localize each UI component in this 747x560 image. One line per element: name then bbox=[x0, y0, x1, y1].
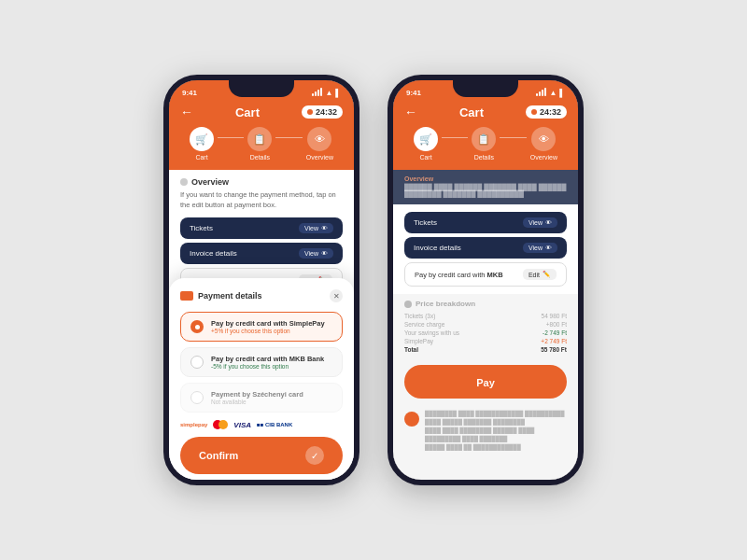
timer-badge-2: 24:32 bbox=[526, 105, 567, 119]
confirm-button[interactable]: Confirm ✓ bbox=[180, 437, 343, 474]
edit-btn-2[interactable]: Edit ✏️ bbox=[523, 269, 557, 280]
status-icons-2: ▲ ▌ bbox=[536, 89, 565, 97]
step-label-details-2: Details bbox=[474, 154, 494, 161]
blurred-desc: ██████ ████ ██████ ███████ ████ ██████ █… bbox=[404, 184, 567, 197]
tickets-row-2[interactable]: Tickets View 👁 bbox=[404, 212, 567, 233]
step-overview-2[interactable]: 👁 Overview bbox=[530, 127, 557, 161]
step-line-2-2 bbox=[500, 137, 526, 138]
blurred-title: Overview bbox=[404, 175, 567, 182]
blurred-bottom: ████████ ████ ████████████ ██████████ ██… bbox=[393, 404, 578, 457]
option-name-simplepay: Pay by credit card with SimplePay bbox=[211, 319, 332, 328]
step-label-overview: Overview bbox=[306, 154, 333, 161]
overview-title: Overview bbox=[180, 177, 343, 187]
modal-close-btn[interactable]: ✕ bbox=[330, 289, 343, 302]
blurred-overview: Overview ██████ ████ ██████ ███████ ████… bbox=[393, 170, 578, 204]
pay-label-2: Pay by credit card with MKB bbox=[415, 271, 503, 279]
phone-1: 9:41 ▲ ▌ ← Cart 24:32 bbox=[163, 75, 359, 485]
battery-icon: ▌ bbox=[335, 89, 341, 97]
wifi-icon-2: ▲ bbox=[549, 89, 557, 97]
radio-szechenyi bbox=[190, 391, 204, 404]
step-cart[interactable]: 🛒 Cart bbox=[190, 127, 214, 161]
tickets-label: Tickets bbox=[190, 224, 213, 232]
status-time-2: 9:41 bbox=[406, 89, 421, 97]
option-sub-szechenyi: Not available bbox=[211, 399, 332, 405]
tickets-view-btn-2[interactable]: View 👁 bbox=[523, 217, 557, 228]
step-line-1-2 bbox=[442, 137, 468, 138]
overview-icon bbox=[180, 178, 188, 186]
option-name-szechenyi: Payment by Széchenyi card bbox=[211, 390, 332, 399]
option-info-mkb: Pay by credit card with MKB Bank -5% if … bbox=[211, 355, 332, 370]
eye-icon-4: 👁 bbox=[545, 245, 552, 251]
signal-icon bbox=[312, 89, 322, 96]
option-name-mkb: Pay by credit card with MKB Bank bbox=[211, 355, 332, 363]
timer-badge: 24:32 bbox=[302, 105, 343, 119]
pay-button[interactable]: Pay bbox=[404, 365, 567, 399]
phone-body-2: Overview ██████ ████ ██████ ███████ ████… bbox=[393, 170, 578, 485]
invoice-label: Invoice details bbox=[190, 249, 237, 258]
back-button[interactable]: ← bbox=[180, 105, 193, 119]
payment-option-mkb[interactable]: Pay by credit card with MKB Bank -5% if … bbox=[180, 347, 343, 377]
step-label-cart: Cart bbox=[195, 154, 207, 161]
step-label-details: Details bbox=[250, 154, 270, 161]
page-title: Cart bbox=[235, 105, 260, 119]
bottom-icon bbox=[404, 412, 419, 427]
price-row-1: Tickets (3x) 54 980 Ft bbox=[404, 312, 567, 320]
step-details[interactable]: 📋 Details bbox=[247, 127, 272, 161]
invoice-view-btn[interactable]: View 👁 bbox=[299, 248, 333, 259]
pay-method-row-2: Pay by credit card with MKB Edit ✏️ bbox=[404, 262, 567, 287]
invoice-view-btn-2[interactable]: View 👁 bbox=[523, 243, 557, 253]
step-circle-overview-2: 👁 bbox=[531, 127, 556, 151]
mastercard-logo bbox=[213, 420, 228, 429]
step-details-2[interactable]: 📋 Details bbox=[472, 127, 496, 161]
invoice-row-2[interactable]: Invoice details View 👁 bbox=[404, 237, 567, 259]
payment-option-szechenyi: Payment by Széchenyi card Not available bbox=[180, 383, 343, 413]
header-top: ← Cart 24:32 bbox=[180, 105, 343, 119]
card-icon bbox=[180, 291, 193, 301]
timer-value: 24:32 bbox=[316, 107, 337, 117]
option-sub-mkb: -5% if you choose this option bbox=[211, 363, 332, 370]
status-icons: ▲ ▌ bbox=[312, 89, 341, 97]
price-row-2: Service charge +800 Ft bbox=[404, 320, 567, 329]
price-row-3: Your savings with us -2 749 Ft bbox=[404, 329, 567, 337]
invoice-row[interactable]: Invoice details View 👁 bbox=[180, 243, 343, 264]
page-title-2: Cart bbox=[459, 105, 484, 119]
step-circle-overview: 👁 bbox=[307, 127, 331, 151]
radio-mkb bbox=[190, 356, 204, 369]
timer-dot bbox=[307, 109, 313, 115]
confirm-label: Confirm bbox=[199, 450, 238, 461]
invoice-label-2: Invoice details bbox=[414, 244, 461, 252]
option-info-simplepay: Pay by credit card with SimplePay +5% if… bbox=[211, 319, 332, 334]
tickets-row[interactable]: Tickets View 👁 bbox=[180, 217, 343, 239]
step-line-2 bbox=[275, 137, 302, 138]
steps-container: 🛒 Cart 📋 Details 👁 Overview bbox=[180, 127, 343, 161]
signal-icon-2 bbox=[536, 89, 546, 96]
overview-description: If you want to change the payment method… bbox=[180, 190, 343, 210]
eye-icon-2: 👁 bbox=[321, 250, 328, 257]
battery-icon-2: ▌ bbox=[559, 89, 565, 97]
tickets-view-btn[interactable]: View 👁 bbox=[299, 223, 333, 233]
blurred-bottom-text: ████████ ████ ████████████ ██████████ ██… bbox=[425, 410, 567, 452]
eye-icon: 👁 bbox=[321, 225, 328, 231]
step-cart-2[interactable]: 🛒 Cart bbox=[414, 127, 438, 161]
tickets-label-2: Tickets bbox=[414, 218, 437, 227]
visa-logo: VISA bbox=[233, 421, 251, 429]
header-top-2: ← Cart 24:32 bbox=[404, 105, 567, 119]
step-label-overview-2: Overview bbox=[530, 154, 557, 161]
steps-container-2: 🛒 Cart 📋 Details 👁 Overview bbox=[404, 127, 567, 161]
phone-body-1: Overview If you want to change the payme… bbox=[169, 170, 354, 485]
payment-option-simplepay[interactable]: Pay by credit card with SimplePay +5% if… bbox=[180, 312, 343, 342]
step-circle-details: 📋 bbox=[247, 127, 272, 151]
price-title-2: Price breakdown bbox=[404, 300, 567, 308]
price-icon-2 bbox=[404, 301, 412, 308]
radio-inner bbox=[195, 325, 200, 329]
option-sub-simplepay: +5% if you choose this option bbox=[211, 328, 332, 334]
step-label-cart-2: Cart bbox=[419, 154, 431, 161]
back-button-2[interactable]: ← bbox=[404, 105, 417, 119]
cib-logo: ■■ CIB BANK bbox=[257, 422, 292, 427]
step-circle-cart: 🛒 bbox=[190, 127, 214, 151]
pay-button-label: Pay bbox=[476, 377, 495, 388]
step-circle-details-2: 📋 bbox=[472, 127, 496, 151]
timer-dot-2 bbox=[531, 109, 537, 115]
step-overview[interactable]: 👁 Overview bbox=[306, 127, 333, 161]
modal-title: Payment details bbox=[180, 291, 262, 301]
